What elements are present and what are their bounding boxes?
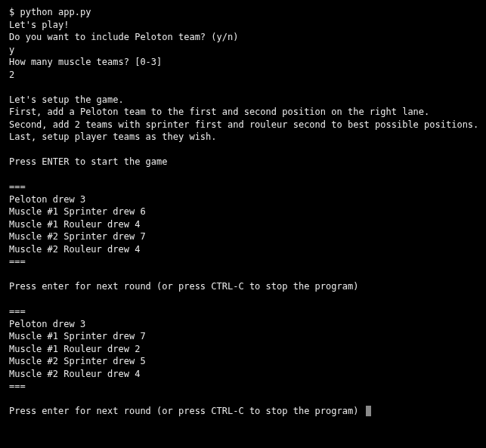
- blank-line: [9, 81, 477, 94]
- output-line: Muscle #2 Sprinter drew 5: [9, 355, 477, 368]
- input-muscle-teams: 2: [9, 69, 477, 82]
- separator: ===: [9, 305, 477, 318]
- command-line: $ python app.py: [9, 6, 477, 19]
- blank-line: [9, 168, 477, 181]
- output-line: Let's play!: [9, 19, 477, 32]
- blank-line: [9, 144, 477, 156]
- output-line: Let's setup the game.: [9, 94, 477, 107]
- prompt-start: Press ENTER to start the game: [9, 156, 477, 168]
- output-line: Peloton drew 3: [9, 193, 477, 206]
- output-line: Muscle #2 Rouleur drew 4: [9, 368, 477, 381]
- blank-line: [9, 393, 477, 406]
- output-line: Second, add 2 teams with sprinter first …: [9, 119, 477, 131]
- output-line: Muscle #1 Rouleur drew 4: [9, 218, 477, 231]
- output-line: Muscle #1 Sprinter drew 7: [9, 330, 477, 343]
- prompt-next-round: Press enter for next round (or press CTR…: [9, 280, 477, 293]
- prompt-muscle-teams: How many muscle teams? [0-3]: [9, 56, 477, 69]
- input-peloton: y: [9, 44, 477, 57]
- separator: ===: [9, 181, 477, 193]
- terminal-output[interactable]: $ python app.pyLet's play!Do you want to…: [9, 6, 477, 418]
- output-line: First, add a Peloton team to the first a…: [9, 106, 477, 119]
- cursor-icon: [366, 406, 371, 416]
- blank-line: [9, 293, 477, 306]
- output-line: Last, setup player teams as they wish.: [9, 131, 477, 144]
- output-line: Muscle #1 Sprinter drew 6: [9, 205, 477, 218]
- output-line: Muscle #2 Sprinter drew 7: [9, 230, 477, 243]
- prompt-peloton: Do you want to include Peloton team? (y/…: [9, 31, 477, 44]
- separator: ===: [9, 255, 477, 268]
- blank-line: [9, 268, 477, 281]
- prompt-next-round-active: Press enter for next round (or press CTR…: [9, 405, 477, 418]
- output-line: Muscle #2 Rouleur drew 4: [9, 243, 477, 256]
- output-line: Peloton drew 3: [9, 318, 477, 331]
- output-line: Muscle #1 Rouleur drew 2: [9, 343, 477, 356]
- separator: ===: [9, 380, 477, 393]
